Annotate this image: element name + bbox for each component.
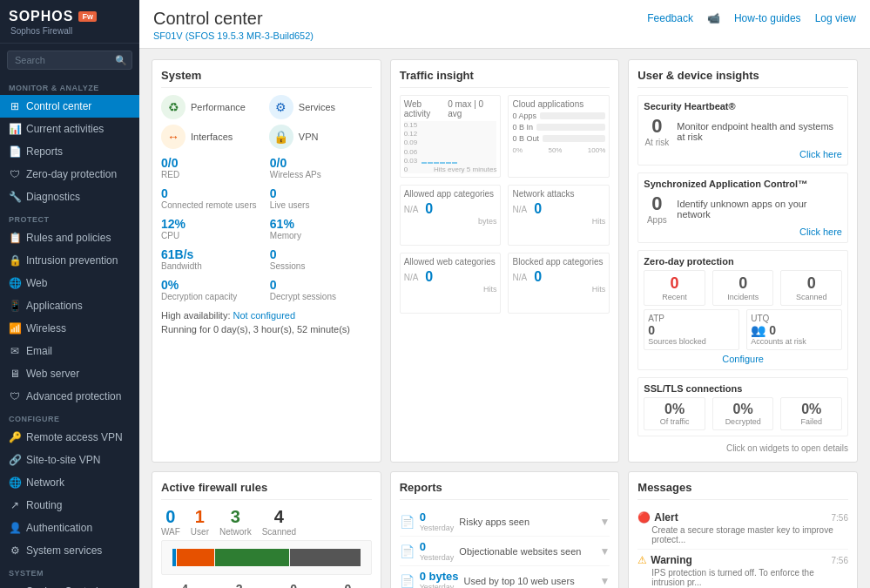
log-view-link[interactable]: Log view bbox=[815, 12, 856, 24]
atp-utq-row: ATP 0 Sources blocked UTQ 👥 0 Accounts a… bbox=[644, 309, 842, 350]
sidebar-item-reports[interactable]: 📄 Reports bbox=[0, 140, 139, 163]
sidebar-item-remote-vpn[interactable]: 🔑 Remote access VPN bbox=[0, 426, 139, 449]
sidebar-item-intrusion[interactable]: 🔒 Intrusion prevention bbox=[0, 249, 139, 272]
web-activity-chart[interactable]: Web activity 0 max | 0 avg 0.15 0.12 0.0… bbox=[400, 95, 502, 178]
report-row-0[interactable]: 📄 0 Yesterday Risky apps seen ▼ bbox=[400, 507, 610, 537]
applications-icon: 📱 bbox=[9, 300, 21, 312]
vpn-icon: 🔒 bbox=[269, 125, 293, 149]
fw-bar-net bbox=[215, 549, 289, 566]
fw-bottom-counts: 4 Unused 2 Disabled 0 Changed 0 New bbox=[161, 582, 372, 588]
atp-sources-label: Sources blocked bbox=[648, 337, 735, 346]
blocked-app-na: N/A bbox=[512, 273, 527, 282]
sidebar-item-web-server[interactable]: 🖥 Web server bbox=[0, 362, 139, 385]
report-icon-0: 📄 bbox=[400, 515, 415, 529]
yval-5: 0 bbox=[404, 166, 418, 173]
report-arrow-2[interactable]: ▼ bbox=[599, 575, 610, 587]
search-box[interactable]: 🔍 bbox=[7, 51, 132, 70]
cloud-pct-1: 50% bbox=[548, 146, 562, 154]
utq-label: UTQ bbox=[751, 314, 838, 323]
decryption-value: 0% bbox=[161, 278, 263, 292]
sidebar-label-network: Network bbox=[26, 476, 64, 489]
services-item[interactable]: ⚙ Services bbox=[269, 95, 372, 119]
hits-label-3: Hits bbox=[512, 285, 605, 294]
sidebar-item-email[interactable]: ✉ Email bbox=[0, 340, 139, 362]
sidebar-label-web-server: Web server bbox=[26, 368, 79, 380]
sidebar-item-authentication[interactable]: 👤 Authentication bbox=[0, 517, 139, 539]
red-label: RED bbox=[161, 170, 263, 179]
interfaces-item[interactable]: ↔ Interfaces bbox=[161, 125, 264, 149]
heartbeat-section[interactable]: Security Heartbeat® 0 At risk Monitor en… bbox=[637, 95, 848, 166]
content-grid: System ♻ Performance ⚙ Services ↔ Interf… bbox=[139, 49, 870, 588]
ha-text: High availability: bbox=[161, 310, 230, 321]
sidebar-item-routing[interactable]: ↗ Routing bbox=[0, 494, 139, 517]
heartbeat-click[interactable]: Click here bbox=[644, 149, 842, 159]
ha-link[interactable]: Not configured bbox=[233, 310, 296, 321]
performance-item[interactable]: ♻ Performance bbox=[161, 95, 264, 119]
fw-badge: Fw bbox=[78, 11, 97, 22]
zdp-scanned-num: 0 bbox=[785, 274, 838, 293]
configure-link[interactable]: Configure bbox=[644, 354, 842, 364]
network-attacks-body: N/A 0 bbox=[512, 201, 605, 217]
sidebar-item-control-center[interactable]: ⊞ Control center bbox=[0, 95, 139, 118]
allowed-web-chart[interactable]: Allowed web categories N/A 0 Hits bbox=[400, 253, 502, 314]
zdp-section[interactable]: Zero-day protection 0 Recent 0 Incidents… bbox=[637, 250, 848, 370]
zdp-incidents-label: Incidents bbox=[717, 293, 770, 301]
report-arrow-0[interactable]: ▼ bbox=[599, 516, 610, 528]
cloud-apps-chart[interactable]: Cloud applications 0 Apps 0 B In bbox=[508, 95, 610, 178]
remote-users-value: 0 bbox=[161, 186, 263, 200]
network-attacks-chart[interactable]: Network attacks N/A 0 Hits bbox=[508, 185, 610, 246]
live-users-label: Live users bbox=[270, 200, 372, 210]
feedback-link[interactable]: Feedback bbox=[647, 12, 693, 24]
sidebar-item-current-activities[interactable]: 📊 Current activities bbox=[0, 118, 139, 140]
sync-click[interactable]: Click here bbox=[644, 226, 842, 237]
report-arrow-1[interactable]: ▼ bbox=[599, 545, 610, 558]
bar bbox=[440, 162, 445, 164]
how-to-link[interactable]: How-to guides bbox=[734, 12, 801, 24]
zdp-incidents: 0 Incidents bbox=[712, 270, 774, 306]
sidebar-item-wireless[interactable]: 📶 Wireless bbox=[0, 317, 139, 340]
fw-network-label: Network bbox=[219, 527, 252, 537]
search-input[interactable] bbox=[7, 51, 132, 70]
blocked-app-chart[interactable]: Blocked app categories N/A 0 Hits bbox=[508, 253, 610, 314]
fw-unused-num: 4 bbox=[161, 582, 208, 588]
sync-app-section[interactable]: Synchronized Application Control™ 0 Apps… bbox=[637, 172, 848, 243]
cpu-stat: 12% CPU bbox=[161, 217, 263, 240]
remote-users-stat: 0 Connected remote users bbox=[161, 186, 263, 210]
web-max-avg: 0 max | 0 avg bbox=[448, 99, 496, 118]
remote-users-label: Connected remote users bbox=[161, 200, 263, 210]
web-chart-yaxis: 0.15 0.12 0.09 0.06 0.03 0 bbox=[404, 121, 418, 173]
page-title: Control center bbox=[153, 9, 314, 29]
cpu-label: CPU bbox=[161, 231, 263, 240]
click-widgets: Click on widgets to open details bbox=[637, 443, 848, 453]
sidebar-label-routing: Routing bbox=[26, 499, 62, 511]
vpn-item[interactable]: 🔒 VPN bbox=[269, 125, 372, 149]
bar bbox=[452, 162, 457, 164]
allowed-web-area: Allowed web categories N/A 0 Hits Blocke… bbox=[400, 253, 610, 314]
sidebar-item-network[interactable]: 🌐 Network bbox=[0, 471, 139, 494]
allowed-app-title: Allowed app categories bbox=[404, 189, 497, 199]
sidebar-item-system-services[interactable]: ⚙ System services bbox=[0, 539, 139, 562]
sidebar-item-diagnostics[interactable]: 🔧 Diagnostics bbox=[0, 186, 139, 208]
sidebar-item-rules-policies[interactable]: 📋 Rules and policies bbox=[0, 226, 139, 249]
reports-icon: 📄 bbox=[9, 145, 21, 158]
traffic-charts: Web activity 0 max | 0 avg 0.15 0.12 0.0… bbox=[400, 95, 610, 178]
ssl-tls-section[interactable]: SSL/TLS connections 0% Of traffic 0% Dec… bbox=[637, 377, 848, 436]
sidebar-label-authentication: Authentication bbox=[26, 522, 92, 534]
firewall-title: Active firewall rules bbox=[161, 481, 372, 500]
sidebar-item-sophos-central[interactable]: ☁ Sophos Central bbox=[0, 580, 139, 588]
report-row-1[interactable]: 📄 0 Yesterday Objectionable websites see… bbox=[400, 537, 610, 566]
sidebar-item-advanced-protection[interactable]: 🛡 Advanced protection bbox=[0, 385, 139, 408]
utq-accounts-label: Accounts at risk bbox=[751, 337, 838, 346]
msg-row-0: 🔴 Alert 7:56 Create a secure storage mas… bbox=[637, 507, 848, 550]
sidebar-item-web[interactable]: 🌐 Web bbox=[0, 272, 139, 294]
report-row-2[interactable]: 📄 0 bytes Yesterday Used by top 10 web u… bbox=[400, 566, 610, 588]
allowed-app-chart[interactable]: Allowed app categories N/A 0 bytes bbox=[400, 185, 502, 246]
sidebar-item-zero-day[interactable]: 🛡 Zero-day protection bbox=[0, 163, 139, 186]
allowed-app-body: N/A 0 bbox=[404, 201, 497, 217]
traffic-title: Traffic insight bbox=[400, 69, 610, 88]
zdp-row: 0 Recent 0 Incidents 0 Scanned bbox=[644, 270, 842, 306]
ssl-lbl-0: Of traffic bbox=[648, 417, 701, 426]
sidebar: SOPHOS Fw Sophos Firewall 🔍 MONITOR & AN… bbox=[0, 0, 139, 588]
sidebar-item-site-vpn[interactable]: 🔗 Site-to-site VPN bbox=[0, 449, 139, 471]
sidebar-item-applications[interactable]: 📱 Applications bbox=[0, 294, 139, 317]
